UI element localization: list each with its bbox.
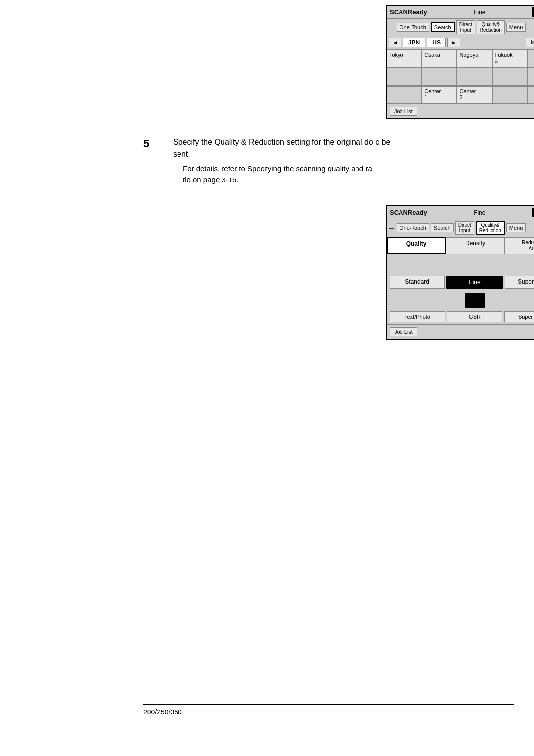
p2-quality-reduction-btn[interactable]: Quality&Reduction — [476, 221, 505, 235]
address-grid-row3: Center1 Center2 — [387, 86, 534, 104]
dpi-section: 600dpi — [387, 254, 534, 274]
addr-empty-3 — [422, 68, 457, 86]
addr-empty-1 — [528, 49, 534, 67]
panel2-header: SCANReady Fine Chain — [387, 206, 534, 219]
country-us: US — [427, 38, 446, 47]
panel2-toolbar: — One-Touch Search DirectInput Quality&R… — [387, 219, 534, 237]
panel1-section: SCANReady Fine Chain — One-Touch Search … — [0, 0, 534, 124]
panel1-toolbar: — One-Touch Search DirectInput Quality&R… — [387, 18, 534, 36]
panel1-dash: — — [389, 24, 394, 30]
panel1: SCANReady Fine Chain — One-Touch Search … — [386, 5, 534, 119]
search-btn[interactable]: Search — [431, 22, 455, 32]
addr-empty-8 — [492, 86, 528, 104]
p2-menu-btn[interactable]: Menu — [506, 223, 526, 232]
direct-input-btn[interactable]: DirectInput — [456, 20, 475, 34]
gsr-opt[interactable]: GSR — [447, 311, 502, 322]
addr-fukuoka[interactable]: Fukuoka — [492, 49, 528, 67]
panel1-footer: Job List MemoryFree 100% — [387, 104, 534, 118]
color-swatch — [465, 293, 485, 308]
addr-empty-7 — [387, 86, 422, 104]
panel1-chain: Chain — [532, 7, 534, 17]
addr-center1[interactable]: Center1 — [422, 86, 457, 104]
address-grid-row1: Tokyo Osaka Nagoya Fukuoka — [387, 49, 534, 67]
density-tab[interactable]: Density — [446, 237, 504, 254]
index-list-btn[interactable]: IndexList — [526, 38, 534, 47]
step-text: Specify the Quality & Reduction setting … — [173, 136, 390, 160]
step-detail-line1: For details, refer to Specifying the sca… — [183, 164, 356, 173]
panel1-wrapper: SCANReady Fine Chain — One-Touch Search … — [193, 5, 371, 119]
menu-btn[interactable]: Menu — [506, 23, 526, 32]
quality-density-tabs: Quality Density Reduction/Area — [387, 237, 534, 254]
step5-section: 5 Specify the Quality & Reduction settin… — [0, 124, 534, 200]
panel1-nav: ◄ JPN US ► IndexList — [387, 36, 534, 49]
page-footer-text: 200/250/350 — [143, 708, 182, 716]
mode-options: Text/Photo GSR Super GSR — [387, 310, 534, 324]
nav-right-arrow[interactable]: ► — [447, 38, 460, 47]
addr-osaka[interactable]: Osaka — [422, 49, 457, 67]
step-text-col: Specify the Quality & Reduction setting … — [173, 136, 390, 193]
one-touch-btn[interactable]: One-Touch — [397, 23, 429, 32]
step-detail-line2: tio on page 3-15. — [183, 176, 239, 184]
addr-nagoya[interactable]: Nagoya — [457, 49, 492, 67]
panel1-quality: Fine — [474, 9, 485, 16]
super-fine-opt[interactable]: Super Fine — [505, 276, 534, 289]
p2-job-list-btn[interactable]: Job List — [390, 327, 417, 336]
panel1-header: SCANReady Fine Chain — [387, 6, 534, 18]
panel2-chain: Chain — [532, 208, 534, 217]
fine-opt[interactable]: Fine — [446, 276, 502, 289]
step5-row: 5 Specify the Quality & Reduction settin… — [0, 136, 534, 193]
step-detail: For details, refer to Specifying the sca… — [183, 163, 390, 185]
panel2-dash: — — [389, 225, 394, 231]
panel2-title: SCANReady — [390, 209, 427, 216]
step-text-line2: c be — [375, 138, 390, 146]
page-container: SCANReady Fine Chain — One-Touch Search … — [0, 0, 534, 756]
p2-direct-input-btn[interactable]: DirectInput — [455, 221, 474, 235]
addr-empty-2 — [387, 68, 422, 86]
quality-tab[interactable]: Quality — [387, 237, 446, 254]
step-number-col: 5 — [143, 136, 173, 193]
panel2-quality: Fine — [474, 209, 485, 216]
panel2-footer: Job List MemoryFree 100% — [387, 324, 534, 339]
addr-empty-5 — [492, 68, 528, 86]
reduction-tab[interactable]: Reduction/Area — [504, 237, 534, 254]
addr-empty-9 — [528, 86, 534, 104]
addr-empty-4 — [457, 68, 492, 86]
text-photo-opt[interactable]: Text/Photo — [390, 311, 445, 322]
job-list-btn[interactable]: Job List — [390, 107, 417, 116]
addr-empty-6 — [528, 68, 534, 86]
quality-options: Standard Fine Super Fine — [387, 274, 534, 291]
step-text-line3: sent. — [173, 150, 190, 158]
panel1-title: SCANReady — [390, 8, 427, 16]
standard-opt[interactable]: Standard — [390, 276, 445, 289]
panel2-section: SCANReady Fine Chain — One-Touch Search … — [0, 200, 534, 345]
country-jpn: JPN — [403, 38, 425, 47]
step-text-line1: Specify the Quality & Reduction setting … — [173, 138, 373, 146]
panel2: SCANReady Fine Chain — One-Touch Search … — [386, 205, 534, 340]
super-gsr-opt[interactable]: Super GSR — [504, 311, 534, 322]
address-grid-row2 — [387, 67, 534, 86]
color-preview — [387, 291, 534, 310]
addr-tokyo[interactable]: Tokyo — [387, 49, 422, 67]
quality-reduction-btn[interactable]: Quality&Reduction — [477, 20, 505, 34]
step-number: 5 — [143, 137, 149, 150]
nav-left-arrow[interactable]: ◄ — [389, 38, 401, 47]
addr-center2[interactable]: Center2 — [457, 86, 492, 104]
panel2-wrapper: SCANReady Fine Chain — One-Touch Search … — [193, 205, 371, 340]
p2-search-btn[interactable]: Search — [431, 223, 454, 232]
p2-one-touch-btn[interactable]: One-Touch — [397, 223, 429, 232]
page-footer: 200/250/350 — [143, 704, 514, 716]
